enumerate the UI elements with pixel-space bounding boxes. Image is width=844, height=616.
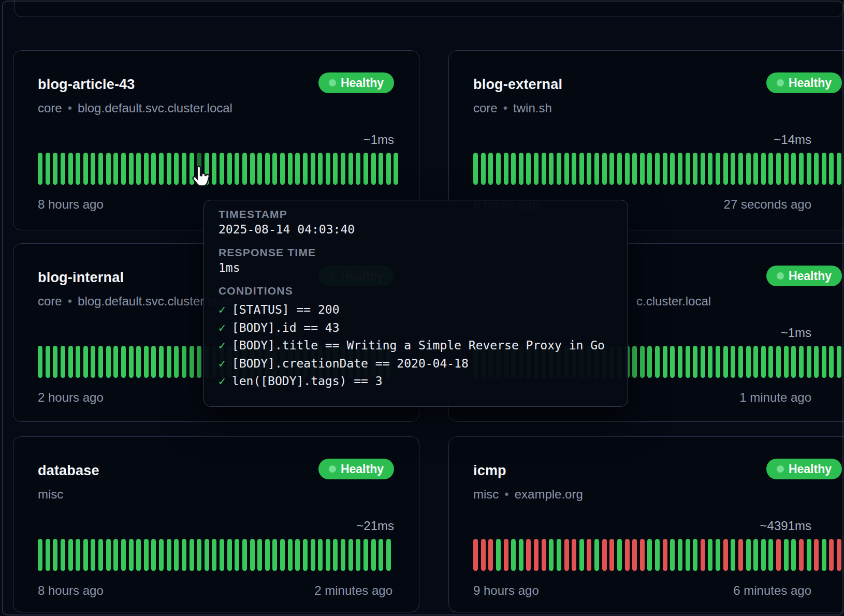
history-bar[interactable] bbox=[379, 153, 383, 185]
history-bar[interactable] bbox=[190, 346, 194, 378]
history-bar[interactable] bbox=[807, 153, 811, 185]
history-bar[interactable] bbox=[519, 153, 523, 185]
history-bar[interactable] bbox=[564, 153, 569, 185]
history-bar[interactable] bbox=[46, 153, 50, 185]
history-bar[interactable] bbox=[113, 539, 118, 571]
history-bar[interactable] bbox=[182, 539, 186, 571]
history-bar[interactable] bbox=[511, 153, 516, 185]
history-bar[interactable] bbox=[663, 153, 667, 185]
history-bar[interactable] bbox=[288, 153, 293, 185]
history-bar[interactable] bbox=[504, 153, 508, 185]
history-bar[interactable] bbox=[807, 346, 811, 378]
history-bar[interactable] bbox=[129, 346, 134, 378]
history-bar[interactable] bbox=[68, 346, 73, 378]
history-bar[interactable] bbox=[594, 539, 599, 571]
history-bar[interactable] bbox=[625, 153, 630, 185]
history-bar[interactable] bbox=[837, 539, 841, 571]
history-bar[interactable] bbox=[61, 539, 65, 571]
history-bar[interactable] bbox=[83, 539, 88, 571]
history-bar[interactable] bbox=[481, 153, 486, 185]
history-bar[interactable] bbox=[136, 153, 141, 185]
history-bar[interactable] bbox=[632, 153, 637, 185]
history-bar[interactable] bbox=[481, 539, 486, 571]
history-bar[interactable] bbox=[227, 153, 232, 185]
history-bar[interactable] bbox=[678, 346, 682, 378]
history-bar[interactable] bbox=[250, 153, 255, 185]
history-bar[interactable] bbox=[504, 539, 508, 571]
history-bar[interactable] bbox=[663, 539, 667, 571]
history-bar[interactable] bbox=[38, 346, 42, 378]
history-bar[interactable] bbox=[723, 539, 728, 571]
history-bar[interactable] bbox=[473, 539, 478, 571]
history-bar[interactable] bbox=[814, 153, 819, 185]
history-bar[interactable] bbox=[61, 346, 65, 378]
history-bar[interactable] bbox=[151, 153, 156, 185]
history-bar[interactable] bbox=[526, 153, 531, 185]
history-bar[interactable] bbox=[341, 153, 345, 185]
history-bar[interactable] bbox=[242, 153, 247, 185]
history-bar[interactable] bbox=[632, 346, 637, 378]
history-bar[interactable] bbox=[564, 539, 569, 571]
history-bar[interactable] bbox=[640, 539, 645, 571]
history-bar[interactable] bbox=[693, 539, 697, 571]
history-bar[interactable] bbox=[670, 539, 675, 571]
history-bar[interactable] bbox=[587, 539, 591, 571]
history-bar[interactable] bbox=[212, 153, 216, 185]
history-bar[interactable] bbox=[212, 539, 216, 571]
history-bar[interactable] bbox=[693, 153, 697, 185]
history-bar[interactable] bbox=[121, 539, 126, 571]
history-bar[interactable] bbox=[738, 153, 743, 185]
history-bar[interactable] bbox=[167, 346, 171, 378]
history-bar[interactable] bbox=[311, 539, 315, 571]
history-bar[interactable] bbox=[557, 539, 561, 571]
history-bar[interactable] bbox=[68, 153, 73, 185]
history-bar[interactable] bbox=[534, 539, 539, 571]
history-bar[interactable] bbox=[174, 539, 179, 571]
history-bar[interactable] bbox=[776, 153, 781, 185]
history-bar[interactable] bbox=[799, 346, 804, 378]
history-bar[interactable] bbox=[295, 153, 300, 185]
history-bar[interactable] bbox=[761, 346, 766, 378]
history-bar[interactable] bbox=[205, 153, 209, 185]
history-bar[interactable] bbox=[356, 153, 360, 185]
history-bar[interactable] bbox=[121, 346, 126, 378]
history-bar[interactable] bbox=[235, 539, 239, 571]
history-bar[interactable] bbox=[511, 539, 516, 571]
history-bar[interactable] bbox=[617, 539, 622, 571]
history-bar[interactable] bbox=[791, 346, 796, 378]
history-bar[interactable] bbox=[617, 153, 622, 185]
history-bar[interactable] bbox=[68, 539, 73, 571]
history-bar[interactable] bbox=[106, 539, 111, 571]
history-bar[interactable] bbox=[371, 539, 376, 571]
history-bar[interactable] bbox=[807, 539, 811, 571]
history-bar[interactable] bbox=[723, 346, 728, 378]
history-bar[interactable] bbox=[814, 539, 819, 571]
history-bar[interactable] bbox=[136, 346, 141, 378]
history-bar[interactable] bbox=[106, 346, 111, 378]
history-bar[interactable] bbox=[647, 539, 652, 571]
history-bar[interactable] bbox=[655, 539, 660, 571]
history-bar[interactable] bbox=[640, 153, 645, 185]
history-bar[interactable] bbox=[220, 539, 224, 571]
history-bar[interactable] bbox=[159, 346, 164, 378]
history-bar[interactable] bbox=[738, 346, 743, 378]
history-bar[interactable] bbox=[159, 539, 164, 571]
history-bar[interactable] bbox=[348, 153, 353, 185]
history-bar[interactable] bbox=[250, 539, 255, 571]
history-bar[interactable] bbox=[363, 539, 368, 571]
history-bar[interactable] bbox=[829, 539, 834, 571]
history-bar[interactable] bbox=[670, 346, 675, 378]
history-bar[interactable] bbox=[579, 539, 584, 571]
uptime-history-bars[interactable] bbox=[38, 539, 391, 571]
history-bar[interactable] bbox=[488, 153, 493, 185]
history-bar[interactable] bbox=[121, 153, 126, 185]
history-bar[interactable] bbox=[83, 346, 88, 378]
history-bar[interactable] bbox=[647, 153, 652, 185]
history-bar[interactable] bbox=[272, 539, 277, 571]
history-bar[interactable] bbox=[542, 539, 546, 571]
history-bar[interactable] bbox=[647, 346, 652, 378]
history-bar[interactable] bbox=[371, 153, 376, 185]
history-bar[interactable] bbox=[496, 539, 501, 571]
history-bar[interactable] bbox=[129, 539, 134, 571]
history-bar[interactable] bbox=[265, 153, 270, 185]
